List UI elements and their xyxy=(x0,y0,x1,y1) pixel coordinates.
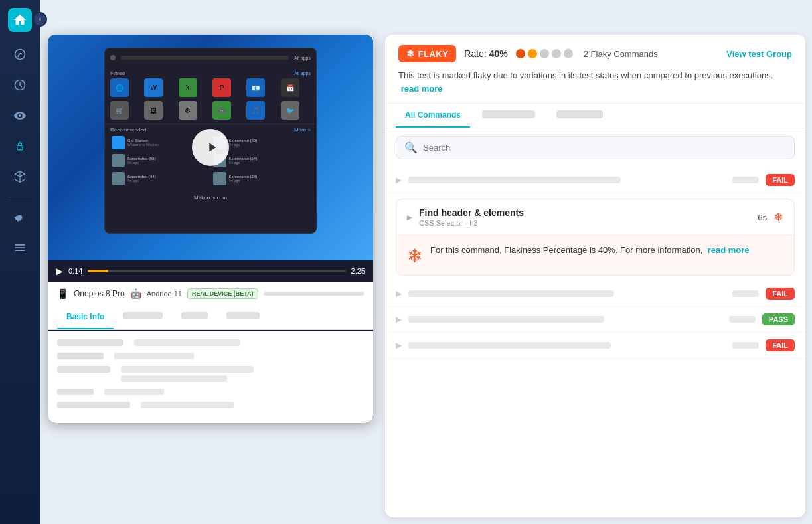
sidebar-logo[interactable] xyxy=(8,8,32,32)
sidebar-item-settings[interactable] xyxy=(7,234,33,261)
cmd-tab-3[interactable] xyxy=(547,104,612,128)
cmd-play-button-1[interactable]: ▶ xyxy=(396,175,402,185)
cmd-tab-2[interactable] xyxy=(473,104,544,128)
dot-2 xyxy=(528,49,537,58)
cmd-badge-2: FAIL xyxy=(766,288,795,300)
info-section xyxy=(48,331,373,423)
tab-3[interactable] xyxy=(172,306,217,329)
cmd-subtitle: CSS Selector --h3 xyxy=(419,219,524,227)
info-label-1 xyxy=(57,339,123,346)
table-row: ▶ FAIL xyxy=(385,333,805,359)
sidebar-item-clock[interactable] xyxy=(7,72,33,98)
device-name: Oneplus 8 Pro xyxy=(74,289,125,298)
svg-rect-2 xyxy=(17,145,23,150)
cube-icon xyxy=(13,170,27,183)
cmd-play-button-2[interactable]: ▶ xyxy=(396,289,402,298)
cmd-skeleton-1 xyxy=(408,177,621,183)
cmd-skeleton-4 xyxy=(408,342,611,349)
cmd-duration: 6s xyxy=(758,213,767,222)
svg-point-4 xyxy=(19,147,20,148)
info-value-2 xyxy=(114,353,194,359)
expanded-play-button[interactable]: ▶ xyxy=(407,213,412,222)
search-bar: 🔍 xyxy=(385,128,805,167)
video-progress-bar[interactable] xyxy=(88,270,345,272)
home-icon xyxy=(13,13,27,27)
svg-rect-3 xyxy=(19,143,22,145)
video-area: All apps Pinned All apps 🌐 W X P 📧 📅 � xyxy=(48,35,373,260)
expanded-command-card: ▶ Find header & elements CSS Selector --… xyxy=(396,199,795,276)
flaky-banner: ❄ FLAKY Rate: 40% 2 Flaky Commands View … xyxy=(385,35,805,104)
cmd-play-button-4[interactable]: ▶ xyxy=(396,341,402,350)
commands-tabs: All Commands xyxy=(385,104,805,128)
svg-point-7 xyxy=(19,141,21,143)
expanded-cmd-header: ▶ Find header & elements CSS Selector --… xyxy=(396,199,794,235)
view-test-group-link[interactable]: View test Group xyxy=(726,49,792,59)
search-input-wrapper[interactable]: 🔍 xyxy=(396,136,795,159)
flaky-badge: ❄ FLAKY xyxy=(398,45,456,62)
real-device-badge: REAL DEVICE (BETA) xyxy=(187,288,258,299)
cog-icon xyxy=(13,211,27,224)
sidebar-item-eye[interactable] xyxy=(7,102,33,129)
flaky-top-row: ❄ FLAKY Rate: 40% 2 Flaky Commands View … xyxy=(398,45,792,62)
info-label-4 xyxy=(57,389,94,395)
device-phone-icon: 📱 xyxy=(57,288,68,299)
flaky-dots xyxy=(516,49,573,58)
flaky-cmd-read-more-link[interactable]: read more xyxy=(708,245,750,255)
flaky-snowflake-big-icon: ❄ xyxy=(407,245,422,267)
device-android-icon: 🤖 xyxy=(130,288,141,299)
search-icon: 🔍 xyxy=(404,141,418,154)
flaky-commands-count: 2 Flaky Commands xyxy=(584,49,658,59)
sidebar-divider xyxy=(8,197,32,197)
cmd-badge-4: FAIL xyxy=(766,339,795,351)
sidebar-item-robot[interactable] xyxy=(7,133,33,159)
tab-basic-info[interactable]: Basic Info xyxy=(57,306,114,329)
analytics-icon xyxy=(13,48,27,61)
cmd-tab-all-commands[interactable]: All Commands xyxy=(396,104,470,128)
flaky-badge-label: FLAKY xyxy=(418,49,449,59)
info-value-3a xyxy=(121,366,254,373)
sidebar-item-analytics[interactable] xyxy=(7,41,33,68)
device-bar: 📱 Oneplus 8 Pro 🤖 Andriod 11 REAL DEVICE… xyxy=(48,282,373,306)
cmd-skeleton-1b xyxy=(732,177,759,183)
sidebar-item-cube[interactable] xyxy=(7,163,33,190)
sidebar-item-cog[interactable] xyxy=(7,204,33,230)
cmd-skeleton-3b xyxy=(729,316,756,323)
cmd-flaky-snowflake-icon: ❄ xyxy=(773,210,783,224)
video-current-time: 0:14 xyxy=(68,267,82,275)
svg-point-5 xyxy=(21,147,22,148)
play-button[interactable] xyxy=(192,129,229,166)
dot-4 xyxy=(552,49,561,58)
sidebar xyxy=(0,0,40,524)
tab-4[interactable] xyxy=(217,306,269,329)
clock-icon xyxy=(13,78,27,92)
info-value-3b xyxy=(121,375,227,382)
read-more-link[interactable]: read more xyxy=(401,84,443,94)
cmd-play-button-3[interactable]: ▶ xyxy=(396,315,402,324)
cmd-info: Find header & elements CSS Selector --h3 xyxy=(419,207,524,227)
info-value-1 xyxy=(134,339,240,346)
info-label-2 xyxy=(57,353,104,359)
cmd-title: Find header & elements xyxy=(419,207,524,218)
dot-5 xyxy=(564,49,573,58)
cmd-skeleton-2b xyxy=(732,290,759,297)
chevron-left-icon xyxy=(37,16,43,23)
main-content: All apps Pinned All apps 🌐 W X P 📧 📅 � xyxy=(40,0,812,524)
flaky-rate-label: Rate: 40% xyxy=(464,48,507,59)
video-play-button[interactable]: ▶ xyxy=(56,266,63,276)
cmd-skeleton-4b xyxy=(732,342,759,349)
eye-icon xyxy=(13,109,27,122)
expanded-cmd-body: ❄ For this command, Flakiness Percentage… xyxy=(396,235,794,275)
info-value-5 xyxy=(141,402,234,408)
search-input[interactable] xyxy=(423,143,786,153)
device-loading-bar xyxy=(264,292,364,296)
cmd-badge-3: PASS xyxy=(762,313,795,325)
info-label-5 xyxy=(57,402,130,408)
video-card: All apps Pinned All apps 🌐 W X P 📧 📅 � xyxy=(48,35,373,423)
commands-list: ▶ FAIL ▶ Find header & elements CSS Sele… xyxy=(385,167,805,359)
cmd-badge-1: FAIL xyxy=(766,174,795,186)
tab-2[interactable] xyxy=(114,306,172,329)
dot-3 xyxy=(540,49,549,58)
video-controls: ▶ 0:14 2:25 xyxy=(48,260,373,282)
table-row: ▶ FAIL xyxy=(385,167,805,193)
sidebar-collapse-button[interactable] xyxy=(33,12,47,27)
